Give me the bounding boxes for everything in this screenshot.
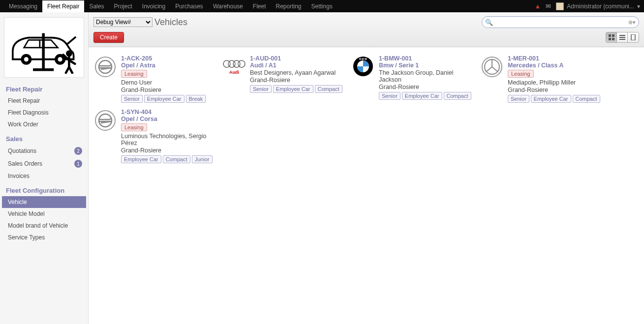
vehicle-card[interactable]: 1-SYN-404Opel / CorsaLeasingLuminous Tec…: [92, 107, 220, 165]
vehicle-plate[interactable]: 1-BMW-001: [379, 55, 476, 62]
sidebar-item-quotations[interactable]: Quotations2: [2, 145, 86, 157]
mercedes-logo-icon: [482, 57, 502, 77]
sidebar-section-fleet-repair: Fleet Repair: [2, 84, 86, 95]
opel-logo-icon: [95, 110, 116, 131]
topnav-item-fleet[interactable]: Fleet: [248, 0, 271, 12]
vehicle-tag: Compact: [163, 155, 190, 163]
svg-rect-11: [609, 38, 611, 40]
vehicle-model[interactable]: Opel / Corsa: [121, 116, 218, 122]
sidebar-section-sales: Sales: [2, 133, 86, 145]
chevron-down-icon: ▾: [637, 3, 640, 10]
vehicle-customer: Luminous Technologies, Sergio Pérez: [121, 133, 218, 147]
vehicle-tag: Employee Car: [531, 95, 571, 103]
leasing-badge: Leasing: [121, 70, 147, 78]
vehicle-tag: Compact: [444, 92, 471, 100]
sidebar-item-label: Sales Orders: [8, 160, 42, 167]
sidebar-item-work-order[interactable]: Work Order: [2, 118, 86, 130]
vehicle-tags: SeniorEmployee CarCompact: [379, 92, 476, 100]
badge: 2: [74, 147, 82, 155]
sidebar-item-sales-orders[interactable]: Sales Orders1: [2, 157, 86, 170]
topnav-item-project[interactable]: Project: [109, 0, 137, 12]
sidebar-item-label: Quotations: [8, 147, 36, 154]
form-view-button[interactable]: [628, 32, 639, 42]
clear-search-icon[interactable]: ⊗▾: [628, 19, 636, 26]
search-input[interactable]: [493, 17, 628, 27]
sidebar-item-model-brand-of-vehicle[interactable]: Model brand of Vehicle: [2, 220, 86, 232]
search-icon: 🔍: [485, 19, 493, 26]
vehicle-customer: Mediapole, Phillipp Miller: [508, 79, 605, 86]
vehicle-plate[interactable]: 1-MER-001: [508, 55, 605, 62]
opel-logo-icon: [95, 57, 116, 77]
svg-text:B M W: B M W: [359, 57, 367, 60]
vehicle-model[interactable]: Bmw / Serie 1: [379, 62, 476, 69]
toolbar: Debug View# Vehicles 🔍 ⊗▾ Create: [89, 12, 644, 47]
svg-rect-13: [619, 35, 625, 36]
page-title: Vehicles: [154, 17, 187, 28]
vehicle-plate[interactable]: 1-SYN-404: [121, 109, 218, 116]
chat-icon[interactable]: ✉: [546, 2, 551, 10]
vehicle-tag: Employee Car: [121, 155, 161, 163]
bmw-logo-icon: B M W: [352, 56, 374, 79]
badge: 1: [74, 160, 82, 168]
sidebar-item-label: Fleet Repair: [8, 97, 40, 104]
vehicle-tag: Senior: [508, 95, 529, 103]
debug-view-select[interactable]: Debug View#: [93, 17, 153, 27]
sidebar-item-label: Vehicle: [8, 199, 27, 206]
create-button[interactable]: Create: [93, 32, 124, 43]
sidebar-item-vehicle[interactable]: Vehicle: [2, 196, 86, 208]
sidebar-item-fleet-repair[interactable]: Fleet Repair: [2, 95, 86, 107]
topnav-item-warehouse[interactable]: Warehouse: [208, 0, 248, 12]
svg-rect-9: [609, 34, 611, 37]
vehicle-location: Grand-Rosiere: [121, 147, 218, 154]
vehicle-kanban: 1-ACK-205Opel / AstraLeasingDemo UserGra…: [89, 47, 644, 171]
vehicle-model[interactable]: Audi / A1: [250, 62, 347, 69]
svg-rect-10: [612, 34, 614, 37]
kanban-view-button[interactable]: [606, 32, 617, 42]
sidebar-section-fleet-configuration: Fleet Configuration: [2, 185, 86, 196]
vehicle-tag: Senior: [121, 95, 143, 103]
top-nav: MessagingFleet RepairSalesProjectInvoici…: [0, 0, 644, 12]
vehicle-tags: SeniorEmployee CarBreak: [121, 95, 218, 103]
vehicle-tag: Compact: [573, 95, 600, 103]
fleet-repair-logo-icon: [7, 20, 81, 74]
vehicle-card[interactable]: 1-MER-001Mercedes / Class ALeasingMediap…: [478, 53, 607, 105]
vehicle-card[interactable]: 1-ACK-205Opel / AstraLeasingDemo UserGra…: [92, 53, 220, 105]
sidebar: Fleet RepairFleet RepairFleet DiagnosisW…: [0, 12, 89, 324]
vehicle-card[interactable]: Audi1-AUD-001Audi / A1Best Designers, Ay…: [220, 53, 349, 105]
svg-rect-15: [619, 39, 625, 40]
vehicle-tag: Junior: [192, 155, 213, 163]
vehicle-tags: Employee CarCompactJunior: [121, 155, 218, 163]
user-menu[interactable]: Administrator (communi... ▾: [556, 2, 640, 10]
avatar: [556, 2, 564, 10]
topnav-item-invoicing[interactable]: Invoicing: [137, 0, 170, 12]
vehicle-card[interactable]: B M W1-BMW-001Bmw / Serie 1The Jackson G…: [349, 53, 478, 105]
sidebar-item-invoices[interactable]: Invoices: [2, 170, 86, 182]
svg-line-7: [66, 37, 75, 45]
vehicle-plate[interactable]: 1-AUD-001: [250, 55, 347, 62]
topnav-item-messaging[interactable]: Messaging: [4, 0, 42, 12]
svg-rect-5: [42, 33, 45, 69]
sidebar-item-label: Vehicle Model: [8, 210, 45, 217]
list-view-button[interactable]: [617, 32, 628, 42]
topnav-item-reporting[interactable]: Reporting: [271, 0, 306, 12]
vehicle-plate[interactable]: 1-ACK-205: [121, 55, 218, 62]
topnav-item-purchases[interactable]: Purchases: [170, 0, 208, 12]
sidebar-item-vehicle-model[interactable]: Vehicle Model: [2, 208, 86, 220]
alert-icon[interactable]: ▲: [534, 2, 541, 10]
vehicle-location: Grand-Rosiere: [250, 77, 347, 84]
top-nav-right: ▲ ✉ Administrator (communi... ▾: [534, 2, 640, 10]
vehicle-model[interactable]: Opel / Astra: [121, 62, 218, 69]
topnav-item-sales[interactable]: Sales: [84, 0, 109, 12]
vehicle-tag: Employee Car: [144, 95, 184, 103]
vehicle-location: Grand-Rosiere: [508, 87, 605, 93]
top-nav-items: MessagingFleet RepairSalesProjectInvoici…: [4, 0, 337, 12]
sidebar-item-service-types[interactable]: Service Types: [2, 232, 86, 243]
vehicle-model[interactable]: Mercedes / Class A: [508, 62, 605, 69]
svg-rect-14: [619, 37, 625, 38]
topnav-item-fleet-repair[interactable]: Fleet Repair: [42, 0, 84, 12]
search-box[interactable]: 🔍 ⊗▾: [482, 16, 639, 28]
svg-point-4: [58, 57, 62, 61]
sidebar-item-fleet-diagnosis[interactable]: Fleet Diagnosis: [2, 107, 86, 118]
topnav-item-settings[interactable]: Settings: [307, 0, 337, 12]
vehicle-tags: SeniorEmployee CarCompact: [508, 95, 605, 103]
